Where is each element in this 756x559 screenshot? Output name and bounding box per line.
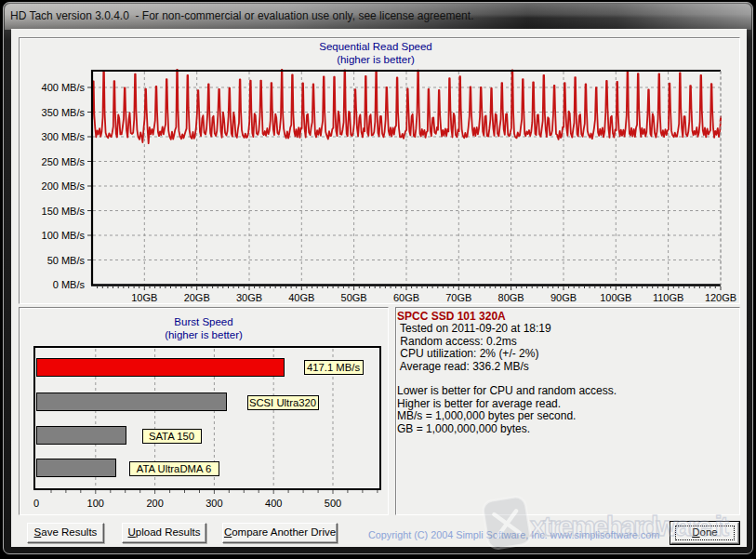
svg-text:250 MB/s: 250 MB/s (42, 156, 86, 167)
svg-text:50GB: 50GB (341, 292, 367, 303)
svg-text:60GB: 60GB (393, 292, 419, 303)
svg-text:400 MB/s: 400 MB/s (42, 82, 86, 93)
svg-text:100GB: 100GB (600, 292, 631, 303)
svg-text:80GB: 80GB (498, 292, 524, 303)
svg-text:100 MB/s: 100 MB/s (42, 230, 86, 241)
svg-text:150 MB/s: 150 MB/s (42, 206, 86, 217)
svg-text:SATA 150: SATA 150 (149, 431, 194, 442)
svg-text:70GB: 70GB (445, 292, 471, 303)
svg-text:10GB: 10GB (131, 292, 157, 303)
svg-text:350 MB/s: 350 MB/s (42, 107, 86, 118)
svg-text:ATA UltraDMA 6: ATA UltraDMA 6 (137, 463, 212, 474)
svg-text:0 MB/s: 0 MB/s (53, 279, 86, 290)
svg-text:20GB: 20GB (184, 292, 210, 303)
svg-text:300: 300 (206, 498, 222, 509)
svg-text:110GB: 110GB (653, 292, 683, 303)
svg-text:400: 400 (265, 498, 282, 509)
svg-text:300 MB/s: 300 MB/s (42, 131, 86, 142)
svg-text:500: 500 (325, 498, 341, 509)
svg-text:200 MB/s: 200 MB/s (42, 180, 86, 192)
svg-text:417.1 MB/s: 417.1 MB/s (307, 362, 360, 373)
svg-text:30GB: 30GB (236, 292, 262, 303)
svg-text:90GB: 90GB (550, 292, 577, 303)
svg-text:SCSI Ultra320: SCSI Ultra320 (249, 397, 316, 408)
svg-text:50 MB/s: 50 MB/s (47, 255, 86, 266)
svg-text:0: 0 (33, 498, 39, 509)
svg-text:40GB: 40GB (288, 292, 314, 303)
svg-text:200: 200 (146, 498, 163, 509)
svg-text:100: 100 (87, 498, 104, 509)
svg-text:120GB: 120GB (705, 292, 736, 303)
